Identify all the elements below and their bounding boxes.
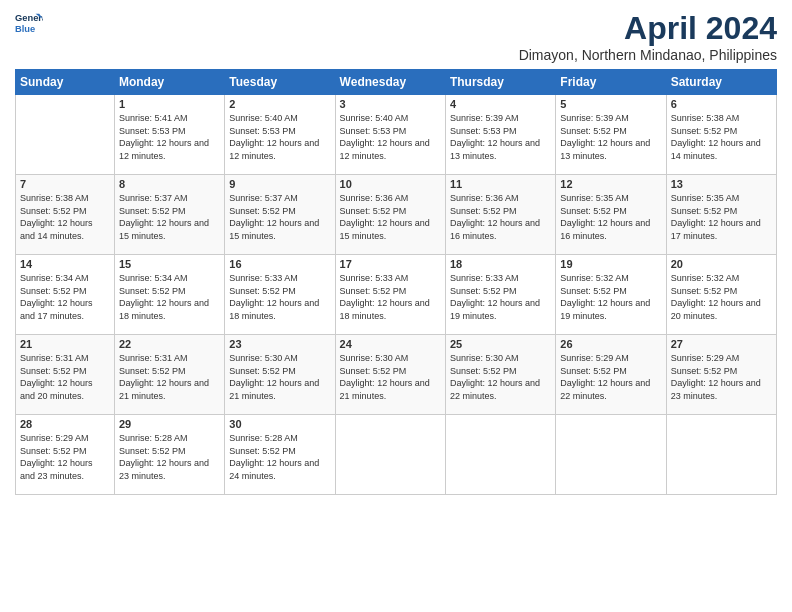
day-number: 12 — [560, 178, 661, 190]
day-number: 23 — [229, 338, 330, 350]
day-info: Sunrise: 5:37 AMSunset: 5:52 PMDaylight:… — [229, 192, 330, 242]
calendar-body: 1Sunrise: 5:41 AMSunset: 5:53 PMDaylight… — [16, 95, 777, 495]
week-row-3: 14Sunrise: 5:34 AMSunset: 5:52 PMDayligh… — [16, 255, 777, 335]
day-number: 24 — [340, 338, 441, 350]
header-wednesday: Wednesday — [335, 70, 445, 95]
day-number: 15 — [119, 258, 220, 270]
day-number: 27 — [671, 338, 772, 350]
day-info: Sunrise: 5:29 AMSunset: 5:52 PMDaylight:… — [671, 352, 772, 402]
day-number: 11 — [450, 178, 551, 190]
day-info: Sunrise: 5:39 AMSunset: 5:53 PMDaylight:… — [450, 112, 551, 162]
day-number: 5 — [560, 98, 661, 110]
svg-text:Blue: Blue — [15, 24, 35, 34]
day-info: Sunrise: 5:38 AMSunset: 5:52 PMDaylight:… — [671, 112, 772, 162]
day-info: Sunrise: 5:29 AMSunset: 5:52 PMDaylight:… — [20, 432, 110, 482]
week-row-2: 7Sunrise: 5:38 AMSunset: 5:52 PMDaylight… — [16, 175, 777, 255]
week-row-1: 1Sunrise: 5:41 AMSunset: 5:53 PMDaylight… — [16, 95, 777, 175]
calendar-cell: 29Sunrise: 5:28 AMSunset: 5:52 PMDayligh… — [114, 415, 224, 495]
day-info: Sunrise: 5:28 AMSunset: 5:52 PMDaylight:… — [119, 432, 220, 482]
day-number: 30 — [229, 418, 330, 430]
day-info: Sunrise: 5:35 AMSunset: 5:52 PMDaylight:… — [671, 192, 772, 242]
calendar-cell: 18Sunrise: 5:33 AMSunset: 5:52 PMDayligh… — [445, 255, 555, 335]
calendar-cell: 17Sunrise: 5:33 AMSunset: 5:52 PMDayligh… — [335, 255, 445, 335]
calendar-cell: 20Sunrise: 5:32 AMSunset: 5:52 PMDayligh… — [666, 255, 776, 335]
day-number: 22 — [119, 338, 220, 350]
day-info: Sunrise: 5:39 AMSunset: 5:52 PMDaylight:… — [560, 112, 661, 162]
header-thursday: Thursday — [445, 70, 555, 95]
calendar-cell: 21Sunrise: 5:31 AMSunset: 5:52 PMDayligh… — [16, 335, 115, 415]
day-number: 25 — [450, 338, 551, 350]
header-sunday: Sunday — [16, 70, 115, 95]
calendar-cell: 16Sunrise: 5:33 AMSunset: 5:52 PMDayligh… — [225, 255, 335, 335]
header-tuesday: Tuesday — [225, 70, 335, 95]
day-number: 26 — [560, 338, 661, 350]
calendar-cell: 14Sunrise: 5:34 AMSunset: 5:52 PMDayligh… — [16, 255, 115, 335]
calendar-cell: 11Sunrise: 5:36 AMSunset: 5:52 PMDayligh… — [445, 175, 555, 255]
calendar-cell: 12Sunrise: 5:35 AMSunset: 5:52 PMDayligh… — [556, 175, 666, 255]
calendar-cell: 13Sunrise: 5:35 AMSunset: 5:52 PMDayligh… — [666, 175, 776, 255]
calendar-cell: 3Sunrise: 5:40 AMSunset: 5:53 PMDaylight… — [335, 95, 445, 175]
day-number: 18 — [450, 258, 551, 270]
day-number: 14 — [20, 258, 110, 270]
day-info: Sunrise: 5:28 AMSunset: 5:52 PMDaylight:… — [229, 432, 330, 482]
title-section: April 2024 Dimayon, Northern Mindanao, P… — [519, 10, 777, 63]
calendar-cell: 6Sunrise: 5:38 AMSunset: 5:52 PMDaylight… — [666, 95, 776, 175]
day-info: Sunrise: 5:33 AMSunset: 5:52 PMDaylight:… — [229, 272, 330, 322]
calendar-table: SundayMondayTuesdayWednesdayThursdayFrid… — [15, 69, 777, 495]
day-info: Sunrise: 5:29 AMSunset: 5:52 PMDaylight:… — [560, 352, 661, 402]
day-info: Sunrise: 5:38 AMSunset: 5:52 PMDaylight:… — [20, 192, 110, 242]
day-number: 21 — [20, 338, 110, 350]
day-info: Sunrise: 5:33 AMSunset: 5:52 PMDaylight:… — [450, 272, 551, 322]
day-number: 20 — [671, 258, 772, 270]
calendar-cell — [666, 415, 776, 495]
day-number: 9 — [229, 178, 330, 190]
calendar-cell: 26Sunrise: 5:29 AMSunset: 5:52 PMDayligh… — [556, 335, 666, 415]
day-info: Sunrise: 5:30 AMSunset: 5:52 PMDaylight:… — [450, 352, 551, 402]
day-number: 19 — [560, 258, 661, 270]
day-number: 1 — [119, 98, 220, 110]
day-info: Sunrise: 5:36 AMSunset: 5:52 PMDaylight:… — [340, 192, 441, 242]
calendar-cell: 7Sunrise: 5:38 AMSunset: 5:52 PMDaylight… — [16, 175, 115, 255]
week-row-5: 28Sunrise: 5:29 AMSunset: 5:52 PMDayligh… — [16, 415, 777, 495]
day-number: 13 — [671, 178, 772, 190]
day-info: Sunrise: 5:32 AMSunset: 5:52 PMDaylight:… — [560, 272, 661, 322]
day-number: 10 — [340, 178, 441, 190]
day-info: Sunrise: 5:40 AMSunset: 5:53 PMDaylight:… — [229, 112, 330, 162]
day-info: Sunrise: 5:32 AMSunset: 5:52 PMDaylight:… — [671, 272, 772, 322]
day-info: Sunrise: 5:31 AMSunset: 5:52 PMDaylight:… — [119, 352, 220, 402]
day-number: 7 — [20, 178, 110, 190]
calendar-cell: 10Sunrise: 5:36 AMSunset: 5:52 PMDayligh… — [335, 175, 445, 255]
day-number: 4 — [450, 98, 551, 110]
day-info: Sunrise: 5:37 AMSunset: 5:52 PMDaylight:… — [119, 192, 220, 242]
day-info: Sunrise: 5:34 AMSunset: 5:52 PMDaylight:… — [20, 272, 110, 322]
calendar-cell: 24Sunrise: 5:30 AMSunset: 5:52 PMDayligh… — [335, 335, 445, 415]
day-number: 16 — [229, 258, 330, 270]
calendar-header-row: SundayMondayTuesdayWednesdayThursdayFrid… — [16, 70, 777, 95]
day-number: 3 — [340, 98, 441, 110]
day-info: Sunrise: 5:30 AMSunset: 5:52 PMDaylight:… — [340, 352, 441, 402]
month-title: April 2024 — [519, 10, 777, 47]
calendar-cell: 27Sunrise: 5:29 AMSunset: 5:52 PMDayligh… — [666, 335, 776, 415]
calendar-cell: 5Sunrise: 5:39 AMSunset: 5:52 PMDaylight… — [556, 95, 666, 175]
day-number: 29 — [119, 418, 220, 430]
day-number: 17 — [340, 258, 441, 270]
logo: General Blue — [15, 10, 43, 38]
header-saturday: Saturday — [666, 70, 776, 95]
page-header: General Blue April 2024 Dimayon, Norther… — [15, 10, 777, 63]
calendar-cell: 19Sunrise: 5:32 AMSunset: 5:52 PMDayligh… — [556, 255, 666, 335]
calendar-cell: 25Sunrise: 5:30 AMSunset: 5:52 PMDayligh… — [445, 335, 555, 415]
day-info: Sunrise: 5:41 AMSunset: 5:53 PMDaylight:… — [119, 112, 220, 162]
day-info: Sunrise: 5:33 AMSunset: 5:52 PMDaylight:… — [340, 272, 441, 322]
calendar-cell: 9Sunrise: 5:37 AMSunset: 5:52 PMDaylight… — [225, 175, 335, 255]
calendar-cell: 30Sunrise: 5:28 AMSunset: 5:52 PMDayligh… — [225, 415, 335, 495]
calendar-cell — [556, 415, 666, 495]
calendar-cell: 15Sunrise: 5:34 AMSunset: 5:52 PMDayligh… — [114, 255, 224, 335]
day-info: Sunrise: 5:40 AMSunset: 5:53 PMDaylight:… — [340, 112, 441, 162]
calendar-cell: 8Sunrise: 5:37 AMSunset: 5:52 PMDaylight… — [114, 175, 224, 255]
week-row-4: 21Sunrise: 5:31 AMSunset: 5:52 PMDayligh… — [16, 335, 777, 415]
calendar-cell — [335, 415, 445, 495]
calendar-cell: 28Sunrise: 5:29 AMSunset: 5:52 PMDayligh… — [16, 415, 115, 495]
calendar-cell — [16, 95, 115, 175]
calendar-cell: 23Sunrise: 5:30 AMSunset: 5:52 PMDayligh… — [225, 335, 335, 415]
day-info: Sunrise: 5:35 AMSunset: 5:52 PMDaylight:… — [560, 192, 661, 242]
